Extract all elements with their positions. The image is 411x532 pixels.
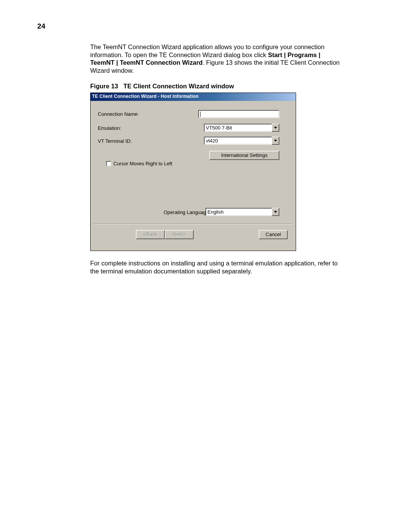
outro-paragraph: For complete instructions on installing … [90, 259, 343, 275]
cancel-button[interactable]: Cancel [259, 230, 288, 239]
operating-language-combobox[interactable]: English [206, 208, 279, 216]
back-button[interactable]: <Back [136, 230, 165, 239]
operating-language-value: English [206, 208, 272, 216]
vt-terminal-id-dropdown-button[interactable] [272, 137, 279, 145]
emulation-label: Emulation: [98, 125, 121, 131]
chevron-down-icon [274, 211, 277, 213]
emulation-value: VT500 7-Bit [204, 124, 272, 132]
operating-language-dropdown-button[interactable] [272, 208, 279, 216]
te-client-connection-wizard-dialog: TE Client Connection Wizard - Host Infor… [90, 93, 296, 251]
figure-title: TE Client Connection Wizard window [123, 83, 234, 89]
cursor-rtl-checkbox[interactable]: Cursor Moves Right to Left [106, 161, 172, 166]
dialog-client-area: Connection Name: Emulation: VT500 7-Bit … [91, 101, 296, 251]
emulation-combobox[interactable]: VT500 7-Bit [204, 124, 279, 132]
intro-paragraph: The TeemNT Connection Wizard application… [90, 43, 343, 75]
vt-terminal-id-combobox[interactable]: vt420 [204, 137, 279, 145]
vt-terminal-id-value: vt420 [204, 137, 272, 145]
vt-terminal-id-label: VT Terminal ID: [98, 138, 132, 144]
emulation-dropdown-button[interactable] [272, 124, 279, 132]
figure-label: Figure 13 [90, 83, 118, 89]
chevron-down-icon [274, 127, 277, 129]
connection-name-input[interactable] [198, 110, 279, 118]
international-settings-button[interactable]: International Settings [209, 151, 279, 160]
text-caret-icon [200, 112, 201, 117]
chevron-down-icon [274, 140, 277, 142]
document-page: 24 The TeemNT Connection Wizard applicat… [0, 0, 411, 532]
next-button[interactable]: Next> [165, 230, 194, 239]
checkbox-box-icon [106, 161, 111, 166]
connection-name-label: Connection Name: [98, 111, 139, 117]
operating-language-label: Operating Language: [164, 209, 210, 215]
dialog-titlebar: TE Client Connection Wizard - Host Infor… [91, 93, 296, 101]
dialog-title: TE Client Connection Wizard - Host Infor… [92, 94, 199, 99]
horizontal-separator [94, 224, 292, 224]
page-number: 24 [37, 22, 45, 30]
cursor-rtl-label: Cursor Moves Right to Left [113, 161, 172, 166]
figure-caption: Figure 13TE Client Connection Wizard win… [90, 83, 234, 90]
